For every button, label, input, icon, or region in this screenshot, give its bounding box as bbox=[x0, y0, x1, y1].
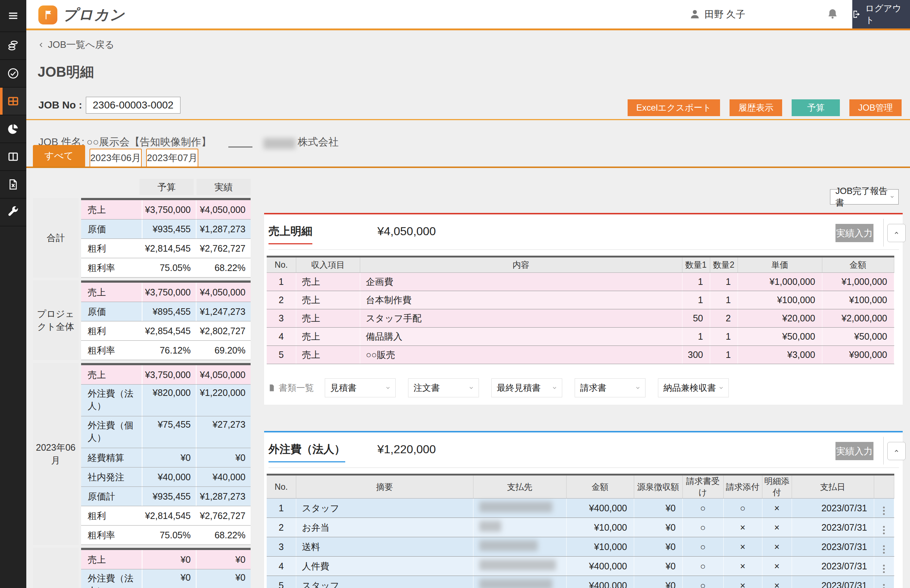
sidebar-item-excel[interactable] bbox=[0, 171, 26, 199]
cell-payment-date: 2023/07/31 bbox=[792, 557, 874, 576]
back-to-job-list-link[interactable]: JOB一覧へ戻る bbox=[38, 38, 114, 51]
outsourcing-total: ¥1,220,000 bbox=[377, 443, 436, 456]
cell-row-menu bbox=[874, 499, 894, 518]
summary-row: 売上¥0¥0 bbox=[81, 550, 251, 569]
cell-invoice-attached: ○ bbox=[723, 499, 762, 518]
summary-group-label: プロジェクト全体 bbox=[33, 281, 79, 360]
sidebar-item-settings[interactable] bbox=[0, 199, 26, 226]
chevron-down-icon bbox=[889, 194, 895, 200]
outsourcing-col-header: 請求添付 bbox=[723, 475, 762, 499]
back-link-label: JOB一覧へ戻る bbox=[48, 38, 114, 51]
tab-underline bbox=[26, 166, 910, 168]
cell-description: お弁当 bbox=[296, 518, 473, 537]
sales-collapse-button[interactable] bbox=[887, 224, 906, 242]
kebab-menu-icon[interactable] bbox=[880, 583, 888, 588]
outsourcing-row-1: 1スタッフ¥400,000¥0○○×2023/07/31 bbox=[267, 499, 894, 518]
chevron-up-icon bbox=[894, 448, 899, 454]
cell-qty1: 1 bbox=[682, 273, 710, 291]
outsourcing-col-header: 支払先 bbox=[473, 475, 566, 499]
action-button-3[interactable]: JOB管理 bbox=[849, 99, 902, 116]
summary-row-label: 社内発注 bbox=[81, 467, 142, 486]
cell-payee-blurred bbox=[473, 557, 566, 576]
cell-no: 2 bbox=[267, 291, 296, 309]
cell-no: 5 bbox=[267, 346, 296, 364]
cell-row-menu bbox=[874, 518, 894, 537]
summary-budget-value: ¥0 bbox=[142, 569, 197, 588]
summary-actual-value: ¥2,802,727 bbox=[197, 321, 251, 340]
report-type-select[interactable]: JOB完了報告書 bbox=[830, 189, 899, 205]
sales-table-body: 1売上企画費11¥1,000,000¥1,000,0002売上台本制作費11¥1… bbox=[267, 273, 894, 364]
outsourcing-card-header: 外注費（法人） ¥1,220,000 実績入力 bbox=[264, 433, 903, 467]
cell-detail-attached: × bbox=[762, 499, 792, 518]
tab-1[interactable]: 2023年06月 bbox=[89, 149, 142, 166]
sidebar-item-board[interactable] bbox=[0, 143, 26, 171]
sidebar-item-finance[interactable] bbox=[0, 32, 26, 60]
summary-row-label: 経費精算 bbox=[81, 448, 142, 467]
bell-icon bbox=[827, 8, 838, 20]
document-select-1[interactable]: 注文書 bbox=[408, 378, 479, 397]
summary-group-label bbox=[33, 548, 79, 588]
document-select-3[interactable]: 請求書 bbox=[575, 378, 645, 397]
document-select-4[interactable]: 納品兼検収書 bbox=[658, 378, 729, 397]
logout-button[interactable]: ログアウト bbox=[852, 0, 910, 29]
cell-amount: ¥400,000 bbox=[566, 499, 634, 518]
summary-actual-value: ¥0 bbox=[197, 550, 251, 569]
document-select-2[interactable]: 最終見積書 bbox=[491, 378, 562, 397]
cell-row-menu bbox=[874, 537, 894, 557]
sidebar-item-analytics[interactable] bbox=[0, 115, 26, 143]
kebab-menu-icon[interactable] bbox=[880, 505, 888, 517]
app-logo[interactable]: プロカン bbox=[38, 5, 125, 25]
outsourcing-table-head: No.摘要支払先金額源泉徴収額請求書受け請求添付明細添付支払日 bbox=[267, 475, 894, 499]
action-button-0[interactable]: Excelエクスポート bbox=[628, 99, 721, 116]
summary-group-1: プロジェクト全体売上¥3,750,000¥4,050,000原価¥895,455… bbox=[33, 281, 251, 360]
summary-budget-value: ¥0 bbox=[142, 550, 197, 569]
user-menu[interactable]: 田野 久子 bbox=[689, 0, 745, 29]
sidebar-item-menu[interactable] bbox=[0, 0, 26, 32]
notification-bell[interactable] bbox=[827, 8, 838, 21]
cell-withholding: ¥0 bbox=[634, 537, 682, 557]
cell-no: 4 bbox=[267, 557, 296, 576]
chevron-up-icon bbox=[894, 230, 899, 236]
period-tabs: すべて2023年06月2023年07月 bbox=[33, 145, 198, 166]
summary-row: 売上¥3,750,000¥4,050,000 bbox=[81, 200, 251, 220]
sales-col-header: 数量2 bbox=[710, 257, 737, 273]
cell-detail-attached: × bbox=[762, 576, 792, 588]
kebab-menu-icon[interactable] bbox=[880, 544, 888, 555]
summary-budget-value: ¥935,455 bbox=[142, 487, 197, 506]
outsourcing-row-2: 2お弁当¥10,000¥0○××2023/07/31 bbox=[267, 518, 894, 537]
outsourcing-col-header: 支払日 bbox=[792, 475, 874, 499]
summary-table: 予算 実績 合計売上¥3,750,000¥4,050,000原価¥935,455… bbox=[33, 179, 251, 588]
job-no-value[interactable]: 2306-00003-0002 bbox=[86, 97, 181, 113]
header-separator bbox=[883, 219, 884, 247]
document-select-0[interactable]: 見積書 bbox=[325, 378, 396, 397]
summary-col-budget: 予算 bbox=[139, 179, 194, 195]
kebab-menu-icon[interactable] bbox=[880, 525, 888, 536]
tab-2[interactable]: 2023年07月 bbox=[146, 149, 198, 166]
summary-budget-value: ¥895,455 bbox=[142, 302, 197, 321]
sales-row-3: 3売上スタッフ手配502¥20,000¥2,000,000 bbox=[267, 309, 894, 328]
sales-col-header: No. bbox=[267, 257, 296, 273]
action-button-2[interactable]: 予算 bbox=[792, 99, 840, 116]
summary-row: 外注費（法人）¥820,000¥1,220,000 bbox=[81, 384, 251, 416]
summary-row-label: 売上 bbox=[81, 283, 142, 302]
tab-0[interactable]: すべて bbox=[33, 145, 85, 166]
action-button-1[interactable]: 履歴表示 bbox=[729, 99, 782, 116]
sidebar-item-approval[interactable] bbox=[0, 60, 26, 88]
topbar-accent-line bbox=[26, 29, 910, 30]
sidebar-item-job-table[interactable] bbox=[0, 88, 26, 115]
action-buttons: Excelエクスポート履歴表示予算JOB管理 bbox=[628, 99, 902, 116]
cell-income-item: 売上 bbox=[296, 346, 360, 364]
sales-input-actuals-button[interactable]: 実績入力 bbox=[836, 224, 873, 242]
cell-content: 台本制作費 bbox=[360, 291, 682, 309]
summary-row: 売上¥3,750,000¥4,050,000 bbox=[81, 365, 251, 384]
cell-no: 1 bbox=[267, 273, 296, 291]
outsourcing-input-actuals-button[interactable]: 実績入力 bbox=[836, 442, 873, 460]
summary-row-label: 外注費（法人） bbox=[81, 384, 142, 416]
outsourcing-collapse-button[interactable] bbox=[887, 442, 906, 460]
cell-payee-blurred bbox=[473, 576, 566, 588]
user-icon bbox=[689, 9, 700, 20]
outsourcing-col-header: 摘要 bbox=[296, 475, 473, 499]
document-icon bbox=[268, 384, 276, 392]
sales-row-2: 2売上台本制作費11¥100,000¥100,000 bbox=[267, 291, 894, 309]
kebab-menu-icon[interactable] bbox=[880, 563, 888, 575]
